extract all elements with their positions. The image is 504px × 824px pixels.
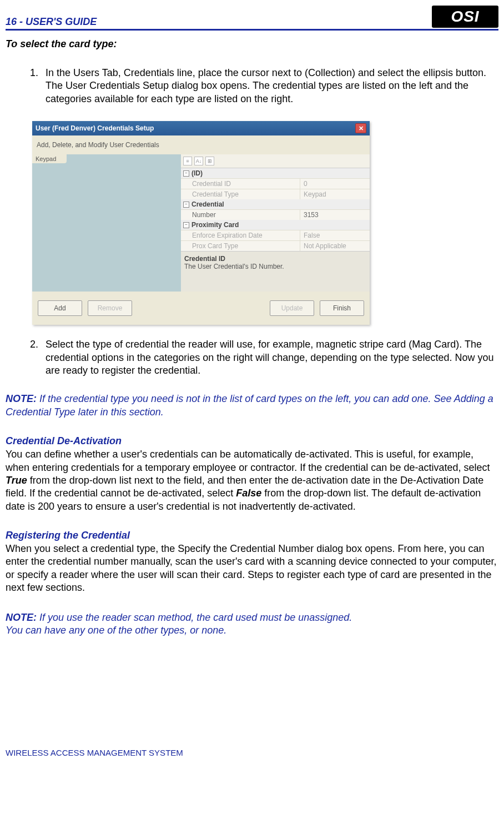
dialog-subtitle: Add, Delete, and Modify User Credentials bbox=[32, 135, 370, 154]
note2-line2: You can have any one of the other types,… bbox=[6, 625, 226, 636]
alphabetical-icon[interactable]: A↓ bbox=[194, 157, 203, 165]
page-number: 16 bbox=[6, 16, 17, 27]
note-label: NOTE: bbox=[6, 393, 37, 404]
help-title: Credential ID bbox=[184, 255, 366, 263]
collapse-icon[interactable]: − bbox=[183, 170, 189, 177]
note2-label: NOTE: bbox=[6, 612, 37, 623]
group-credential-label: Credential bbox=[191, 200, 224, 208]
para-deactivation: You can define whether a user's credenti… bbox=[6, 448, 498, 513]
property-grid: −(ID) Credential ID0 Credential TypeKeyp… bbox=[181, 168, 370, 251]
guide-title: USER'S GUIDE bbox=[26, 16, 97, 27]
heading-registering: Registering the Credential bbox=[6, 530, 498, 541]
step-2: Select the type of credential the reader… bbox=[41, 338, 498, 377]
row-credential-id: Credential ID0 bbox=[181, 178, 370, 189]
row-enforce-expiration: Enforce Expiration DateFalse bbox=[181, 230, 370, 240]
value-credential-type: Keypad bbox=[300, 189, 370, 199]
header-left: 16 - USER'S GUIDE bbox=[6, 16, 426, 28]
row-prox-card-type: Prox Card TypeNot Applicable bbox=[181, 240, 370, 251]
note2-line1: If you use the reader scan method, the c… bbox=[37, 612, 352, 623]
page: 16 - USER'S GUIDE OSI To select the card… bbox=[0, 6, 504, 763]
note-body: If the credential type you need is not i… bbox=[6, 393, 493, 417]
step-1: In the Users Tab, Credentials line, plac… bbox=[41, 67, 498, 105]
remove-button: Remove bbox=[88, 300, 132, 316]
group-id[interactable]: −(ID) bbox=[181, 168, 370, 178]
deact-pre: You can define whether a user's credenti… bbox=[6, 449, 490, 473]
categorized-icon[interactable]: ≡ bbox=[183, 157, 192, 165]
page-content: To select the card type: In the Users Ta… bbox=[6, 31, 498, 757]
heading-deactivation: Credential De-Activation bbox=[6, 435, 498, 447]
steps-list: In the Users Tab, Credentials line, plac… bbox=[6, 67, 498, 105]
row-credential-type: Credential TypeKeypad bbox=[181, 189, 370, 199]
page-footer: WIRELESS ACCESS MANAGEMENT SYSTEM bbox=[6, 748, 498, 757]
label-prox-card-type: Prox Card Type bbox=[181, 241, 300, 251]
section-title: To select the card type: bbox=[6, 38, 498, 50]
finish-button[interactable]: Finish bbox=[320, 300, 364, 316]
update-button: Update bbox=[270, 300, 314, 316]
deact-true: True bbox=[6, 475, 27, 486]
property-panel: ≡ A↓ ⊞ −(ID) Credential ID0 Credential T… bbox=[181, 154, 370, 292]
value-credential-id: 0 bbox=[300, 179, 370, 189]
label-credential-type: Credential Type bbox=[181, 189, 300, 199]
note-2: NOTE: If you use the reader scan method,… bbox=[6, 611, 498, 637]
dialog-titlebar: User (Fred Denver) Credentials Setup ✕ bbox=[32, 121, 370, 135]
osi-logo: OSI bbox=[432, 6, 498, 28]
group-id-label: (ID) bbox=[191, 169, 203, 177]
dialog-title: User (Fred Denver) Credentials Setup bbox=[36, 124, 154, 132]
dialog-footer: Add Remove Update Finish bbox=[32, 292, 370, 325]
credential-type-list[interactable]: Keypad bbox=[32, 154, 181, 292]
add-button[interactable]: Add bbox=[38, 300, 82, 316]
credentials-setup-dialog: User (Fred Denver) Credentials Setup ✕ A… bbox=[32, 121, 370, 325]
close-icon[interactable]: ✕ bbox=[355, 123, 366, 133]
header-sep: - bbox=[17, 16, 26, 27]
dialog-body: Keypad ≡ A↓ ⊞ −(ID) Credential ID0 Crede… bbox=[32, 154, 370, 292]
value-prox-card-type: Not Applicable bbox=[300, 241, 370, 251]
group-credential[interactable]: −Credential bbox=[181, 199, 370, 209]
label-enforce-expiration: Enforce Expiration Date bbox=[181, 230, 300, 240]
page-header: 16 - USER'S GUIDE OSI bbox=[6, 6, 498, 31]
note-1: NOTE: If the credential type you need is… bbox=[6, 393, 498, 419]
group-proximity-card[interactable]: −Proximity Card bbox=[181, 220, 370, 230]
para-registering: When you select a credential type, the S… bbox=[6, 542, 498, 595]
collapse-icon[interactable]: − bbox=[183, 222, 189, 228]
deact-false: False bbox=[236, 488, 261, 499]
property-pages-icon[interactable]: ⊞ bbox=[205, 157, 214, 165]
property-toolbar: ≡ A↓ ⊞ bbox=[181, 154, 370, 168]
value-number[interactable]: 3153 bbox=[300, 210, 370, 220]
row-number[interactable]: Number3153 bbox=[181, 209, 370, 220]
group-proximity-label: Proximity Card bbox=[191, 221, 239, 229]
steps-list-2: Select the type of credential the reader… bbox=[6, 338, 498, 377]
help-body: The User Credential's ID Number. bbox=[184, 263, 366, 270]
property-help: Credential ID The User Credential's ID N… bbox=[181, 251, 370, 292]
label-credential-id: Credential ID bbox=[181, 179, 300, 189]
value-enforce-expiration: False bbox=[300, 230, 370, 240]
label-number: Number bbox=[181, 210, 300, 220]
collapse-icon[interactable]: − bbox=[183, 202, 189, 208]
type-keypad[interactable]: Keypad bbox=[32, 154, 67, 163]
